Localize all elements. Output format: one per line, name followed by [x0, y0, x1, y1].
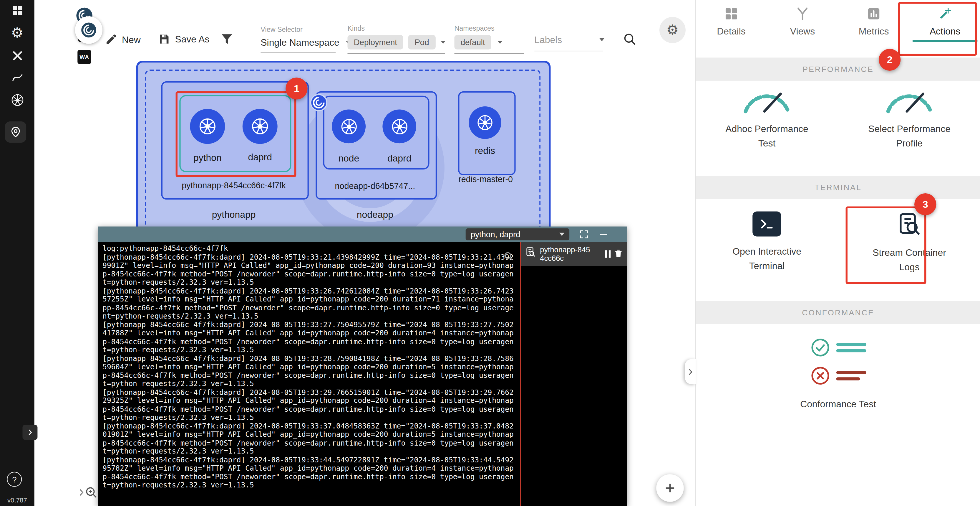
canvas-zoom-button[interactable]	[84, 486, 98, 502]
stream-logs-icon	[896, 212, 923, 238]
fail-lines-glyph	[836, 371, 866, 380]
terminal-items: Open InteractiveTerminal Stream Containe…	[696, 212, 980, 274]
container-node-daprd2[interactable]	[382, 110, 416, 144]
version-label: v0.787	[0, 496, 35, 504]
kind-chip-pod[interactable]: Pod	[408, 35, 435, 49]
metrics-chart-icon	[866, 6, 881, 21]
help-button[interactable]: ?	[7, 472, 22, 487]
select-performance-profile-action[interactable]: Select PerformanceProfile	[838, 85, 980, 150]
select-underline	[454, 53, 524, 54]
add-button[interactable]	[656, 474, 684, 501]
tab-label: Views	[790, 26, 815, 36]
x-circle-icon	[810, 366, 830, 385]
settings-button[interactable]: ⚙	[659, 17, 686, 43]
terminal-panel: python, daprd log:pythonapp-8454cc66c-4f…	[98, 227, 627, 506]
namespaces-label: Namespaces	[454, 24, 524, 32]
tools-icon[interactable]	[0, 46, 35, 65]
dapr-scene-button[interactable]	[75, 16, 102, 44]
log-search-button[interactable]	[503, 251, 514, 264]
tab-label: Details	[717, 26, 745, 36]
open-interactive-terminal-action[interactable]: Open InteractiveTerminal	[696, 212, 838, 274]
kubernetes-wheel-icon	[340, 117, 358, 136]
apps-grid-icon[interactable]	[0, 1, 35, 20]
conformance-label: Conformance Test	[800, 397, 876, 411]
container-label: python	[183, 152, 232, 163]
search-icon	[623, 32, 637, 46]
zoom-in-icon	[84, 486, 98, 500]
conformance-test-action[interactable]: Conformance Test	[696, 338, 980, 411]
pod-name-label: nodeapp-d64b5747...	[316, 182, 434, 191]
chevron-down-icon	[559, 233, 564, 236]
fullscreen-icon	[579, 230, 589, 239]
labels-filter-group[interactable]: Labels	[534, 35, 605, 51]
chevron-right-icon	[686, 367, 694, 376]
namespace-chip-default[interactable]: default	[454, 35, 491, 49]
chevron-down-icon	[599, 38, 605, 42]
view-selector-group[interactable]: View Selector Single Namespace	[261, 26, 351, 53]
search-icon	[503, 251, 514, 262]
location-pin-icon	[5, 121, 26, 143]
container-label: node	[324, 153, 374, 163]
location-pin-tool-active[interactable]	[5, 121, 26, 143]
active-tab-underline	[913, 40, 978, 42]
help-icon: ?	[12, 474, 16, 484]
terminal-minimize-button[interactable]	[599, 230, 608, 239]
wa-badge[interactable]: WA	[78, 50, 91, 64]
kind-chip-deployment[interactable]: Deployment	[347, 35, 403, 49]
select-underline	[261, 52, 336, 53]
container-node-redis[interactable]	[469, 106, 501, 139]
scenes-rail: WA	[35, 0, 69, 506]
dapr-sidecar-badge	[310, 94, 327, 111]
panel-collapse-chevron[interactable]	[685, 359, 696, 384]
app-root: ⚙ ? v0.787 WA	[0, 0, 980, 506]
pause-icon	[608, 250, 611, 257]
search-button[interactable]	[623, 32, 637, 49]
performance-items: Adhoc PerformanceTest Select Performance…	[696, 85, 980, 150]
settings-gears-icon[interactable]: ⚙	[0, 24, 35, 43]
chevron-down-icon	[498, 41, 503, 44]
container-label: daprd	[235, 152, 285, 162]
container-node-python[interactable]	[190, 109, 225, 144]
trash-icon	[614, 249, 623, 259]
tab-details[interactable]: Details	[696, 0, 767, 55]
log-output-area[interactable]: log:pythonapp-8454cc66c-4f7fk [pythonapp…	[98, 242, 520, 506]
tab-views[interactable]: Views	[767, 0, 838, 55]
gauge-icon	[741, 85, 793, 114]
tab-actions[interactable]: Actions	[909, 0, 980, 55]
terminal-prompt-icon	[752, 212, 781, 237]
pause-icon	[605, 250, 607, 257]
container-label: daprd	[374, 153, 425, 163]
terminal-fullscreen-button[interactable]	[579, 230, 589, 239]
stream-container-logs-action[interactable]: Stream ContainerLogs	[838, 212, 980, 274]
container-label: redis	[460, 145, 510, 156]
kinds-label: Kinds	[347, 24, 445, 32]
panel-tabs: Details Views Metrics Actions	[696, 0, 980, 55]
save-icon	[158, 33, 170, 45]
adhoc-performance-test-action[interactable]: Adhoc PerformanceTest	[696, 85, 838, 150]
tab-metrics[interactable]: Metrics	[838, 0, 909, 55]
save-as-button[interactable]: Save As	[158, 33, 209, 45]
sidebar-expand-button[interactable]	[22, 425, 37, 440]
pass-lines-glyph	[836, 343, 866, 352]
container-node-node[interactable]	[332, 110, 366, 144]
pause-stream-button[interactable]	[605, 250, 611, 257]
delete-session-button[interactable]	[614, 249, 623, 259]
dapr-logo-icon	[81, 22, 97, 38]
tab-label: Actions	[930, 26, 960, 36]
curve-tool-icon[interactable]	[0, 68, 35, 87]
cluster-wheel-icon[interactable]	[0, 91, 35, 110]
namespaces-filter-group[interactable]: Namespaces default	[454, 24, 524, 54]
container-selector-dropdown[interactable]: python, daprd	[466, 228, 570, 240]
filter-button[interactable]	[220, 32, 234, 49]
log-text: log:pythonapp-8454cc66c-4f7fk [pythonapp…	[98, 242, 520, 492]
kinds-filter-group[interactable]: Kinds Deployment Pod	[347, 24, 445, 54]
container-logs-icon	[525, 247, 536, 258]
check-circle-icon	[810, 338, 830, 357]
details-grid-icon	[724, 6, 739, 21]
container-node-daprd[interactable]	[243, 109, 278, 144]
annotation-badge-3: 3	[914, 193, 936, 215]
container-selector-value: python, daprd	[471, 230, 520, 239]
section-header-conformance: CONFORMANCE	[696, 301, 980, 324]
log-session-row[interactable]: pythonapp-8454cc66c	[521, 242, 627, 266]
new-button[interactable]: New	[105, 33, 141, 46]
